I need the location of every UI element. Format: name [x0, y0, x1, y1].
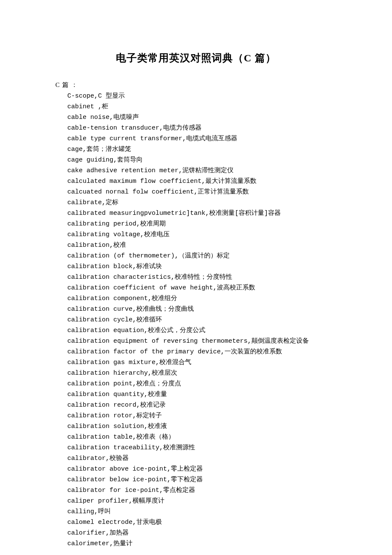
- dictionary-entry: cabinet ,柜: [67, 101, 337, 112]
- dictionary-entry: calibration rotor,标定转子: [67, 410, 337, 421]
- dictionary-entry: calibration traceability,校准溯源性: [67, 442, 337, 453]
- dictionary-entry: calculated maximum flow coefficient,最大计算…: [67, 176, 337, 187]
- dictionary-entry: cake adhesive retention meter,泥饼粘滞性测定仪: [67, 165, 337, 176]
- dictionary-entry: calibrate,定标: [67, 197, 337, 208]
- dictionary-entry: cable noise,电缆噪声: [67, 112, 337, 123]
- dictionary-entry: calibration equipment of reversing therm…: [67, 336, 337, 347]
- dictionary-entry: calibrating voltage,校准电压: [67, 229, 337, 240]
- dictionary-entry: calibration block,标准试块: [67, 261, 337, 272]
- dictionary-entry: calibration gas mixture,校准混合气: [67, 357, 337, 368]
- dictionary-entry: calibration curve,校准曲线；分度曲线: [67, 304, 337, 315]
- dictionary-entry: C-scope,C 型显示: [67, 91, 337, 101]
- dictionary-entry: calomel electrode,甘汞电极: [67, 517, 337, 528]
- dictionary-entry: calling,呼叫: [67, 506, 337, 517]
- dictionary-entry: calibrating period,校准周期: [67, 219, 337, 229]
- dictionary-entry: calorifier,加热器: [67, 528, 337, 538]
- dictionary-entry: calibrator for ice-point,零点检定器: [67, 485, 337, 496]
- dictionary-entry: calibration record,校准记录: [67, 400, 337, 410]
- dictionary-entry: calibration component,校准组分: [67, 293, 337, 304]
- dictionary-entry: calibration point,校准点；分度点: [67, 379, 337, 389]
- dictionary-entry: calibration (of thermometer),（温度计的）标定: [67, 251, 337, 261]
- dictionary-entry: caliper profiler,横幅厚度计: [67, 496, 337, 506]
- dictionary-entry: calibration characteristics,校准特性；分度特性: [67, 272, 337, 283]
- dictionary-entry: calcuated nornal folw coefficient,正常计算流量…: [67, 187, 337, 197]
- dictionary-entry: calibration cycle,校准循环: [67, 315, 337, 325]
- page-title: 电子类常用英汉对照词典（C 篇）: [55, 51, 337, 65]
- dictionary-entry: calibration coefficient of wave height,波…: [67, 283, 337, 293]
- dictionary-entry: calibration equation,校准公式，分度公式: [67, 325, 337, 336]
- dictionary-entry-list: C-scope,C 型显示cabinet ,柜cable noise,电缆噪声c…: [55, 91, 337, 549]
- dictionary-entry: cable-tension transducer,电缆力传感器: [67, 123, 337, 133]
- dictionary-entry: calibrator,校验器: [67, 453, 337, 464]
- section-header: C 篇 ：: [55, 81, 337, 89]
- dictionary-entry: calibration table,校准表（格）: [67, 432, 337, 442]
- dictionary-entry: calibration quantity,校准量: [67, 389, 337, 400]
- dictionary-entry: calibration,校准: [67, 240, 337, 251]
- dictionary-entry: calibrator above ice-point,零上检定器: [67, 464, 337, 474]
- dictionary-entry: calibration solution,校准液: [67, 421, 337, 432]
- dictionary-entry: calibration hierarchy,校准层次: [67, 368, 337, 379]
- dictionary-entry: calibrator below ice-point,零下检定器: [67, 474, 337, 485]
- dictionary-entry: calibration factor of the primary device…: [67, 347, 337, 357]
- dictionary-entry: calibrated measuringpvolumetric]tank,校准测…: [67, 208, 337, 219]
- dictionary-entry: cable type current transformer,电缆式电流互感器: [67, 133, 337, 144]
- dictionary-entry: calorimeter,热量计: [67, 538, 337, 549]
- dictionary-entry: cage guiding,套筒导向: [67, 155, 337, 165]
- dictionary-entry: cage,套筒；潜水罐笼: [67, 144, 337, 155]
